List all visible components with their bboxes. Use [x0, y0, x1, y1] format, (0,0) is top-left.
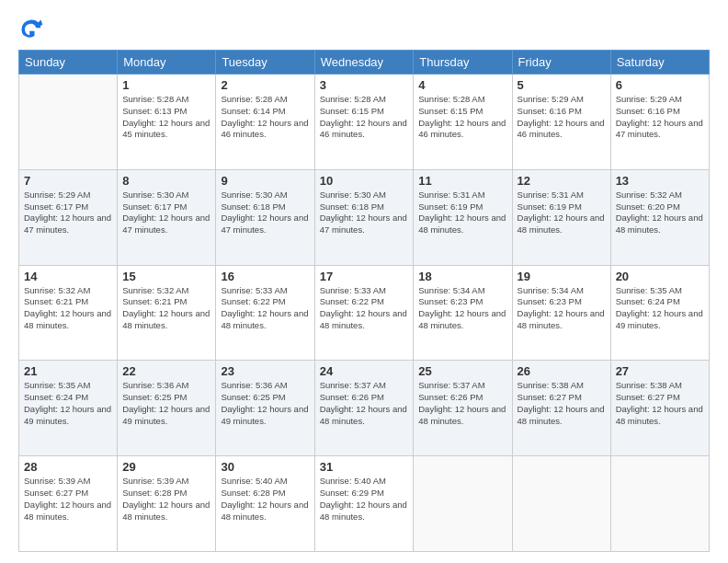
calendar-cell: 10Sunrise: 5:30 AMSunset: 6:18 PMDayligh… [314, 169, 414, 265]
day-number: 2 [221, 78, 309, 92]
day-number: 30 [221, 460, 309, 474]
day-info: Sunrise: 5:35 AMSunset: 6:24 PMDaylight:… [616, 285, 704, 332]
day-info: Sunrise: 5:37 AMSunset: 6:26 PMDaylight:… [320, 380, 409, 427]
day-info: Sunrise: 5:34 AMSunset: 6:23 PMDaylight:… [418, 285, 506, 332]
day-number: 3 [320, 78, 409, 92]
calendar: SundayMondayTuesdayWednesdayThursdayFrid… [18, 50, 710, 552]
calendar-cell: 28Sunrise: 5:39 AMSunset: 6:27 PMDayligh… [19, 456, 118, 552]
day-info: Sunrise: 5:33 AMSunset: 6:22 PMDaylight:… [320, 285, 409, 332]
calendar-cell [610, 456, 709, 552]
day-info: Sunrise: 5:28 AMSunset: 6:15 PMDaylight:… [320, 94, 409, 141]
calendar-cell: 15Sunrise: 5:32 AMSunset: 6:21 PMDayligh… [118, 265, 216, 361]
day-info: Sunrise: 5:28 AMSunset: 6:14 PMDaylight:… [221, 94, 309, 141]
day-info: Sunrise: 5:39 AMSunset: 6:27 PMDaylight:… [24, 476, 112, 523]
day-info: Sunrise: 5:28 AMSunset: 6:13 PMDaylight:… [122, 94, 210, 141]
day-number: 1 [122, 78, 210, 92]
day-info: Sunrise: 5:29 AMSunset: 6:17 PMDaylight:… [24, 190, 112, 236]
day-info: Sunrise: 5:33 AMSunset: 6:22 PMDaylight:… [221, 285, 309, 332]
calendar-week-row: 21Sunrise: 5:35 AMSunset: 6:24 PMDayligh… [19, 361, 710, 456]
day-info: Sunrise: 5:38 AMSunset: 6:27 PMDaylight:… [518, 380, 606, 427]
day-number: 31 [320, 460, 409, 474]
calendar-cell: 9Sunrise: 5:30 AMSunset: 6:18 PMDaylight… [216, 169, 314, 265]
calendar-week-row: 14Sunrise: 5:32 AMSunset: 6:21 PMDayligh… [19, 265, 710, 361]
day-info: Sunrise: 5:37 AMSunset: 6:26 PMDaylight:… [418, 380, 506, 427]
calendar-cell: 20Sunrise: 5:35 AMSunset: 6:24 PMDayligh… [610, 265, 709, 361]
calendar-cell: 13Sunrise: 5:32 AMSunset: 6:20 PMDayligh… [610, 169, 709, 265]
calendar-cell: 4Sunrise: 5:28 AMSunset: 6:15 PMDaylight… [414, 75, 512, 170]
calendar-week-row: 28Sunrise: 5:39 AMSunset: 6:27 PMDayligh… [19, 456, 710, 552]
calendar-cell [414, 456, 512, 552]
calendar-cell: 11Sunrise: 5:31 AMSunset: 6:19 PMDayligh… [414, 169, 512, 265]
calendar-cell: 19Sunrise: 5:34 AMSunset: 6:23 PMDayligh… [512, 265, 610, 361]
logo-icon [18, 17, 44, 42]
day-info: Sunrise: 5:36 AMSunset: 6:25 PMDaylight:… [122, 380, 210, 427]
calendar-week-row: 7Sunrise: 5:29 AMSunset: 6:17 PMDaylight… [19, 169, 710, 265]
day-number: 24 [320, 364, 409, 378]
weekday-header-wednesday: Wednesday [314, 51, 414, 75]
calendar-cell: 6Sunrise: 5:29 AMSunset: 6:16 PMDaylight… [610, 75, 709, 170]
day-info: Sunrise: 5:32 AMSunset: 6:21 PMDaylight:… [24, 285, 112, 332]
day-number: 4 [418, 78, 506, 92]
day-number: 13 [616, 174, 704, 188]
calendar-cell: 27Sunrise: 5:38 AMSunset: 6:27 PMDayligh… [610, 361, 709, 456]
calendar-cell: 22Sunrise: 5:36 AMSunset: 6:25 PMDayligh… [118, 361, 216, 456]
day-info: Sunrise: 5:39 AMSunset: 6:28 PMDaylight:… [122, 476, 210, 523]
day-number: 22 [122, 364, 210, 378]
weekday-header-sunday: Sunday [19, 51, 118, 75]
calendar-cell: 12Sunrise: 5:31 AMSunset: 6:19 PMDayligh… [512, 169, 610, 265]
day-number: 23 [221, 364, 309, 378]
day-info: Sunrise: 5:31 AMSunset: 6:19 PMDaylight:… [518, 190, 606, 236]
day-number: 21 [24, 364, 112, 378]
calendar-cell: 24Sunrise: 5:37 AMSunset: 6:26 PMDayligh… [314, 361, 414, 456]
day-number: 25 [418, 364, 506, 378]
calendar-cell: 1Sunrise: 5:28 AMSunset: 6:13 PMDaylight… [118, 75, 216, 170]
calendar-cell: 23Sunrise: 5:36 AMSunset: 6:25 PMDayligh… [216, 361, 314, 456]
calendar-cell [19, 75, 118, 170]
day-info: Sunrise: 5:36 AMSunset: 6:25 PMDaylight:… [221, 380, 309, 427]
calendar-cell: 17Sunrise: 5:33 AMSunset: 6:22 PMDayligh… [314, 265, 414, 361]
calendar-cell: 14Sunrise: 5:32 AMSunset: 6:21 PMDayligh… [19, 265, 118, 361]
page: SundayMondayTuesdayWednesdayThursdayFrid… [0, 0, 728, 563]
day-number: 9 [221, 174, 309, 188]
weekday-header-row: SundayMondayTuesdayWednesdayThursdayFrid… [19, 51, 710, 75]
calendar-cell: 18Sunrise: 5:34 AMSunset: 6:23 PMDayligh… [414, 265, 512, 361]
day-info: Sunrise: 5:35 AMSunset: 6:24 PMDaylight:… [24, 380, 112, 427]
calendar-cell: 7Sunrise: 5:29 AMSunset: 6:17 PMDaylight… [19, 169, 118, 265]
day-number: 17 [320, 270, 409, 283]
day-number: 16 [221, 270, 309, 283]
logo [18, 17, 46, 42]
calendar-cell: 30Sunrise: 5:40 AMSunset: 6:28 PMDayligh… [216, 456, 314, 552]
calendar-week-row: 1Sunrise: 5:28 AMSunset: 6:13 PMDaylight… [19, 75, 710, 170]
day-info: Sunrise: 5:30 AMSunset: 6:18 PMDaylight:… [320, 190, 409, 236]
calendar-cell: 21Sunrise: 5:35 AMSunset: 6:24 PMDayligh… [19, 361, 118, 456]
day-info: Sunrise: 5:29 AMSunset: 6:16 PMDaylight:… [518, 94, 606, 141]
day-number: 6 [616, 78, 704, 92]
day-number: 10 [320, 174, 409, 188]
day-info: Sunrise: 5:34 AMSunset: 6:23 PMDaylight:… [518, 285, 606, 332]
header [18, 17, 710, 42]
day-number: 18 [418, 270, 506, 283]
calendar-cell [512, 456, 610, 552]
day-number: 7 [24, 174, 112, 188]
day-info: Sunrise: 5:31 AMSunset: 6:19 PMDaylight:… [418, 190, 506, 236]
day-info: Sunrise: 5:32 AMSunset: 6:20 PMDaylight:… [616, 190, 704, 236]
day-number: 12 [518, 174, 606, 188]
calendar-cell: 31Sunrise: 5:40 AMSunset: 6:29 PMDayligh… [314, 456, 414, 552]
weekday-header-monday: Monday [118, 51, 216, 75]
day-number: 26 [518, 364, 606, 378]
weekday-header-tuesday: Tuesday [216, 51, 314, 75]
calendar-cell: 26Sunrise: 5:38 AMSunset: 6:27 PMDayligh… [512, 361, 610, 456]
day-number: 27 [616, 364, 704, 378]
weekday-header-thursday: Thursday [414, 51, 512, 75]
calendar-cell: 8Sunrise: 5:30 AMSunset: 6:17 PMDaylight… [118, 169, 216, 265]
calendar-cell: 25Sunrise: 5:37 AMSunset: 6:26 PMDayligh… [414, 361, 512, 456]
day-number: 5 [518, 78, 606, 92]
day-info: Sunrise: 5:28 AMSunset: 6:15 PMDaylight:… [418, 94, 506, 141]
day-info: Sunrise: 5:40 AMSunset: 6:28 PMDaylight:… [221, 476, 309, 523]
weekday-header-friday: Friday [512, 51, 610, 75]
day-info: Sunrise: 5:32 AMSunset: 6:21 PMDaylight:… [122, 285, 210, 332]
day-number: 15 [122, 270, 210, 283]
day-info: Sunrise: 5:30 AMSunset: 6:17 PMDaylight:… [122, 190, 210, 236]
calendar-cell: 3Sunrise: 5:28 AMSunset: 6:15 PMDaylight… [314, 75, 414, 170]
calendar-cell: 5Sunrise: 5:29 AMSunset: 6:16 PMDaylight… [512, 75, 610, 170]
